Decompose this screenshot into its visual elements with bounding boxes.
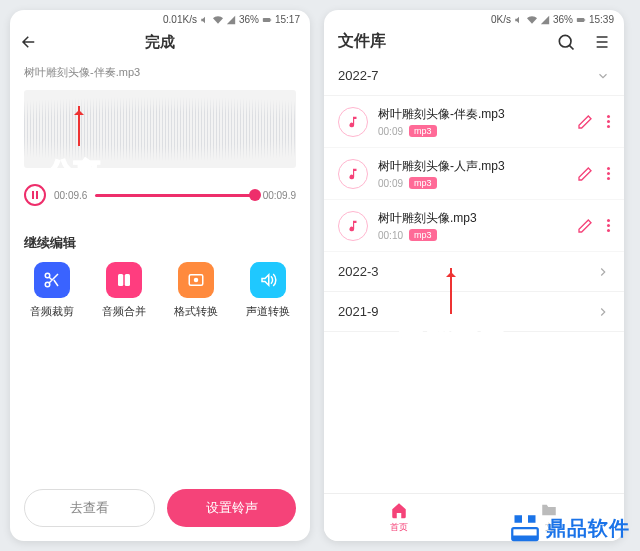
group-header[interactable]: 2022-7: [324, 56, 624, 96]
battery-pct: 36%: [239, 14, 259, 25]
search-icon[interactable]: [556, 32, 576, 52]
annotation-extract: 提取文件: [400, 320, 504, 355]
tool-channel[interactable]: 声道转换: [238, 262, 298, 319]
more-icon[interactable]: [607, 115, 610, 128]
ext-badge: mp3: [409, 177, 437, 189]
svg-rect-6: [577, 17, 585, 21]
list-icon[interactable]: [590, 32, 610, 52]
chevron-right-icon: [596, 305, 610, 319]
view-button[interactable]: 去查看: [24, 489, 155, 527]
brand-text: 鼎品软件: [546, 515, 630, 542]
clock: 15:39: [589, 14, 614, 25]
convert-icon: [178, 262, 214, 298]
file-name: 树叶雕刻头像-人声.mp3: [378, 158, 567, 175]
battery-icon: [262, 15, 272, 25]
phone-left-complete: 0.01K/s 36% 15:17 完成 树叶雕刻头像-伴奏.mp3 00:09…: [10, 10, 310, 541]
battery-icon: [576, 15, 586, 25]
music-note-icon: [338, 107, 368, 137]
file-duration: 00:09: [378, 126, 403, 137]
annotation-arrow-icon: [450, 268, 452, 314]
time-current: 00:09.6: [54, 190, 87, 201]
signal-icon: [226, 15, 236, 25]
edit-icon[interactable]: [577, 166, 593, 182]
group-label: 2021-9: [338, 304, 378, 319]
wifi-icon: [527, 15, 537, 25]
clock: 15:17: [275, 14, 300, 25]
tool-label: 音频合并: [102, 304, 146, 319]
home-icon: [390, 501, 408, 519]
file-row[interactable]: 树叶雕刻头像.mp3 00:10mp3: [324, 200, 624, 252]
tool-row: 音频裁剪 音频合并 格式转换 声道转换: [10, 262, 310, 319]
brand-watermark: 鼎品软件: [506, 511, 634, 545]
mute-icon: [200, 15, 210, 25]
tool-label: 格式转换: [174, 304, 218, 319]
group-label: 2022-7: [338, 68, 378, 83]
chevron-right-icon: [596, 265, 610, 279]
annotation-separate: 分离: [48, 155, 100, 190]
edit-icon[interactable]: [577, 218, 593, 234]
net-speed: 0.01K/s: [163, 14, 197, 25]
library-title: 文件库: [338, 31, 386, 52]
scissors-icon: [34, 262, 70, 298]
file-name: 树叶雕刻头像-伴奏.mp3: [378, 106, 567, 123]
status-bar: 0K/s 36% 15:39: [324, 10, 624, 25]
svg-rect-1: [270, 19, 271, 21]
svg-rect-3: [125, 274, 130, 286]
tab-home[interactable]: 首页: [390, 501, 408, 534]
chevron-down-icon: [596, 69, 610, 83]
file-row[interactable]: 树叶雕刻头像-人声.mp3 00:09mp3: [324, 148, 624, 200]
group-header[interactable]: 2022-3: [324, 252, 624, 292]
svg-rect-0: [263, 17, 271, 21]
page-title: 完成: [145, 33, 175, 52]
back-icon[interactable]: [20, 33, 38, 51]
file-duration: 00:09: [378, 178, 403, 189]
svg-rect-7: [584, 19, 585, 21]
file-row[interactable]: 树叶雕刻头像-伴奏.mp3 00:09mp3: [324, 96, 624, 148]
pause-button[interactable]: [24, 184, 46, 206]
battery-pct: 36%: [553, 14, 573, 25]
phone-right-library: 0K/s 36% 15:39 文件库 2022-7 树叶雕刻头: [324, 10, 624, 541]
tool-scissors[interactable]: 音频裁剪: [22, 262, 82, 319]
music-note-icon: [338, 211, 368, 241]
channel-icon: [250, 262, 286, 298]
net-speed: 0K/s: [491, 14, 511, 25]
tool-merge[interactable]: 音频合并: [94, 262, 154, 319]
tool-label: 音频裁剪: [30, 304, 74, 319]
ext-badge: mp3: [409, 229, 437, 241]
wifi-icon: [213, 15, 223, 25]
svg-point-5: [194, 278, 199, 283]
time-total: 00:09.9: [263, 190, 296, 201]
file-groups: 2022-7 树叶雕刻头像-伴奏.mp3 00:09mp3 树叶雕刻头像-人声.: [324, 56, 624, 332]
file-name: 树叶雕刻头像.mp3: [378, 210, 567, 227]
music-note-icon: [338, 159, 368, 189]
more-icon[interactable]: [607, 167, 610, 180]
section-continue-edit: 继续编辑: [10, 216, 310, 262]
status-bar: 0.01K/s 36% 15:17: [10, 10, 310, 25]
file-duration: 00:10: [378, 230, 403, 241]
svg-point-8: [559, 35, 571, 47]
file-name: 树叶雕刻头像-伴奏.mp3: [10, 59, 310, 86]
merge-icon: [106, 262, 142, 298]
annotation-arrow-icon: [78, 106, 80, 146]
signal-icon: [540, 15, 550, 25]
set-ringtone-button[interactable]: 设置铃声: [167, 489, 296, 527]
more-icon[interactable]: [607, 219, 610, 232]
tool-label: 声道转换: [246, 304, 290, 319]
edit-icon[interactable]: [577, 114, 593, 130]
tool-convert[interactable]: 格式转换: [166, 262, 226, 319]
svg-rect-9: [515, 515, 523, 523]
brand-logo-icon: [510, 513, 540, 543]
svg-rect-12: [512, 536, 538, 541]
ext-badge: mp3: [409, 125, 437, 137]
seek-slider[interactable]: [95, 194, 254, 197]
group-label: 2022-3: [338, 264, 378, 279]
title-bar: 完成: [10, 25, 310, 59]
svg-rect-10: [528, 515, 536, 523]
tab-label: 首页: [390, 521, 408, 534]
mute-icon: [514, 15, 524, 25]
svg-rect-2: [118, 274, 123, 286]
